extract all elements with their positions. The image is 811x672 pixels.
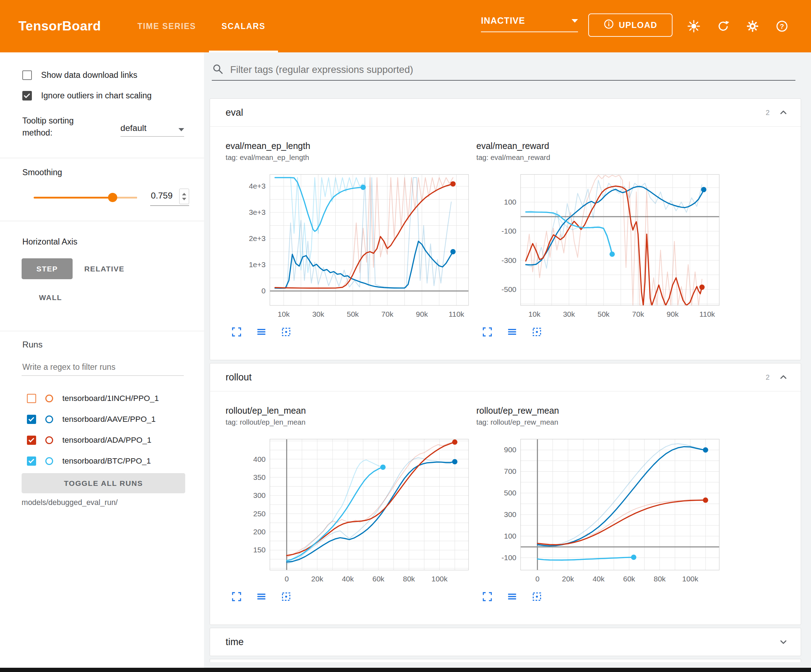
x-tick-label: 70k [632,310,644,318]
smoothing-stepper[interactable] [179,189,189,204]
y-tick-label: 200 [253,528,266,536]
axis-wall-button[interactable]: WALL [39,289,62,306]
toggle-all-runs-button[interactable]: TOGGLE ALL RUNS [22,473,185,493]
fit-domain-icon[interactable] [531,326,543,338]
chart-tag: tag: rollout/ep_rew_mean [476,418,722,427]
series-line [287,462,455,562]
chart-canvas[interactable]: 10k30k50k70k90k110k01e+32e+33e+34e+3 [226,167,472,323]
chevron-up-icon[interactable] [778,372,789,383]
smoothing-slider-knob[interactable] [108,193,117,202]
run-checkbox[interactable] [27,457,36,466]
show-download-links-checkbox[interactable] [22,70,32,80]
app-title: TensorBoard [19,0,101,52]
series-end-dot [361,185,366,190]
data-table-icon[interactable] [255,326,267,338]
chart-toolbar [226,326,472,338]
run-label: tensorboard/BTC/PPO_1 [62,457,151,466]
chevron-down-icon[interactable] [778,636,789,647]
series-line [526,186,704,265]
expand-icon[interactable] [481,326,493,338]
smoothing-slider-track[interactable] [34,197,137,198]
run-item[interactable]: tensorboard/AAVE/PPO_1 [0,409,204,430]
run-checkbox[interactable] [27,436,36,445]
app-header: TensorBoard TIME SERIES SCALARS INACTIVE… [0,0,811,52]
section-header[interactable]: eval2 [210,99,801,127]
section-header[interactable]: rollout2 [210,364,801,391]
series-end-dot [452,459,458,464]
fit-domain-icon[interactable] [280,591,292,603]
data-table-icon[interactable] [506,591,518,603]
runs-directory-path: models/debugged_eval_run/ [22,498,117,507]
y-tick-label: 250 [253,510,266,518]
chart-canvas[interactable]: 10k30k50k70k90k110k100-100-300-500 [476,167,722,323]
x-tick-label: 40k [342,575,354,583]
run-item[interactable]: tensorboard/1INCH/PPO_1 [0,388,204,409]
fit-domain-icon[interactable] [531,591,543,603]
chart-canvas[interactable]: 020k40k60k80k100k150200250300350400 [226,432,472,588]
stepper-up-icon[interactable] [182,193,186,195]
y-tick-label: -300 [502,256,516,264]
section-card-rollout: rollout2rollout/ep_len_meantag: rollout/… [210,363,801,625]
run-color-swatch[interactable] [45,436,53,444]
settings-gear-icon[interactable] [744,18,761,35]
y-tick-label: 0 [261,287,266,295]
run-color-swatch[interactable] [45,415,53,423]
y-tick-label: 300 [253,491,266,499]
charts-row: rollout/ep_len_meantag: rollout/ep_len_m… [210,391,801,625]
help-icon[interactable]: ? [774,18,791,35]
section-header[interactable]: time [210,628,801,656]
series-end-dot [703,447,708,453]
divider [0,158,204,158]
y-tick-label: 4e+3 [249,182,266,190]
upload-button[interactable]: UPLOAD [588,14,672,37]
stepper-down-icon[interactable] [182,198,186,200]
data-table-icon[interactable] [506,326,518,338]
x-tick-label: 50k [597,310,609,318]
tab-scalars[interactable]: SCALARS [209,0,278,52]
brightness-icon[interactable] [685,18,702,35]
upload-status-dropdown[interactable]: INACTIVE [481,15,578,32]
tag-filter-input[interactable] [229,64,796,76]
divider [0,221,204,221]
series-end-dot [703,498,708,503]
checkbox-label[interactable]: Show data download links [41,70,137,80]
run-color-swatch[interactable] [45,394,53,402]
x-tick-label: 80k [403,575,415,583]
chart-tag: tag: eval/mean_ep_length [226,153,472,162]
series-end-dot [380,465,386,470]
show-download-links-row: Show data download links [22,68,137,82]
run-item[interactable]: tensorboard/BTC/PPO_1 [0,450,204,471]
section-title: rollout [226,372,252,383]
run-checkbox[interactable] [27,394,36,403]
axis-step-button[interactable]: STEP [22,258,73,279]
axis-relative-button[interactable]: RELATIVE [84,258,124,279]
ignore-outliers-checkbox[interactable] [22,91,32,100]
upload-label: UPLOAD [619,20,657,30]
section-card-eval: eval2eval/mean_ep_lengthtag: eval/mean_e… [210,98,801,360]
tooltip-sorting-select[interactable]: default [120,123,184,137]
run-color-swatch[interactable] [45,457,53,465]
y-tick-label: 100 [504,198,516,206]
expand-icon[interactable] [481,591,493,603]
checkbox-label[interactable]: Ignore outliers in chart scaling [41,91,151,100]
series-line [287,441,455,557]
smoothing-label: Smoothing [22,168,62,177]
series-line [538,444,706,547]
smoothing-value-input[interactable] [150,191,175,202]
refresh-icon[interactable] [715,18,732,35]
expand-icon[interactable] [231,326,243,338]
tooltip-sorting-label: Tooltip sorting method: [22,115,93,139]
data-table-icon[interactable] [255,591,267,603]
fit-domain-icon[interactable] [280,326,292,338]
chevron-up-icon[interactable] [778,107,789,118]
chart-title: eval/mean_reward [476,141,722,151]
chart-canvas[interactable]: 020k40k60k80k100k-100100300500700900 [476,432,722,588]
run-item[interactable]: tensorboard/ADA/PPO_1 [0,430,204,450]
x-tick-label: 10k [278,310,290,318]
expand-icon[interactable] [231,591,243,603]
tab-label: TIME SERIES [137,22,196,31]
tab-label: SCALARS [222,22,266,31]
runs-filter-input[interactable] [22,361,185,376]
run-checkbox[interactable] [27,415,36,424]
tab-time-series[interactable]: TIME SERIES [125,0,209,52]
